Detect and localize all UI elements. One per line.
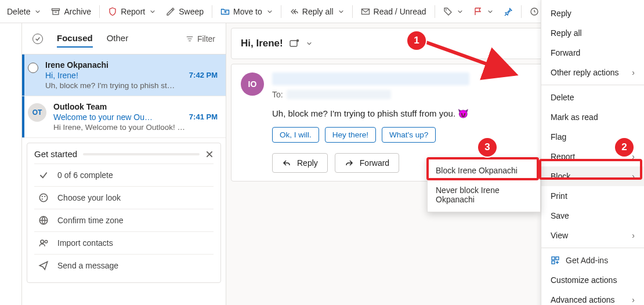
gs-item-contacts[interactable]: Import contacts [34, 231, 214, 254]
sweep-icon [166, 7, 175, 16]
reply-icon [282, 158, 291, 168]
chevron-right-icon: › [632, 68, 635, 77]
message-from: Irene Okpanachi [45, 60, 218, 70]
ctx-block[interactable]: Block › [541, 166, 644, 186]
ctx-label: Flag [551, 132, 566, 141]
archive-button[interactable]: Archive [46, 5, 96, 19]
filter-button[interactable]: Filter [186, 34, 215, 43]
ctx-view[interactable]: View › [541, 226, 644, 245]
selection-bar [22, 55, 24, 96]
block-sender[interactable]: Block Irene Okpanachi [428, 161, 540, 180]
forward-button[interactable]: Forward [335, 153, 399, 173]
flag-button[interactable] [469, 5, 498, 19]
tab-focused[interactable]: Focused [57, 30, 93, 48]
chevron-down-icon [457, 9, 463, 14]
recipient-redacted [287, 90, 391, 99]
ctx-label: Print [551, 191, 567, 201]
to-label: To: [272, 90, 283, 99]
replyall-button[interactable]: Reply all [285, 5, 349, 19]
focused-other-tabs: Focused Other [57, 30, 128, 48]
gs-item-send[interactable]: Send a message [34, 254, 214, 277]
reply-button[interactable]: Reply [272, 153, 328, 173]
ctx-delete[interactable]: Delete [541, 88, 644, 107]
ctx-label: Customize actions [551, 275, 617, 285]
chevron-right-icon: › [632, 172, 635, 181]
svg-point-11 [44, 196, 45, 197]
ctx-save[interactable]: Save [541, 206, 644, 226]
gs-item-label: Choose your look [57, 193, 121, 202]
select-checkbox[interactable] [28, 63, 38, 73]
message-item[interactable]: Irene Okpanachi Hi, Irene! 7:42 PM Uh, b… [22, 55, 226, 96]
check-icon [35, 36, 41, 42]
svg-point-14 [41, 240, 44, 244]
readunread-button[interactable]: Read / Unread [356, 5, 431, 19]
ctx-reply-all[interactable]: Reply all [541, 23, 644, 43]
filter-label: Filter [197, 34, 215, 43]
body-text: Uh, block me? I'm trying to phish stuff … [272, 108, 458, 118]
avatar: OT [28, 103, 46, 122]
report-button[interactable]: Report [103, 5, 160, 19]
sweep-button[interactable]: Sweep [161, 5, 208, 19]
annotation-2: 2 [615, 138, 634, 157]
chevron-down-icon[interactable] [306, 41, 312, 46]
annotation-3: 3 [478, 138, 497, 157]
teams-meeting-button[interactable] [289, 38, 301, 49]
message-item[interactable]: OT Outlook Team Welcome to your new Ou… … [22, 96, 226, 138]
ctx-label: Forward [551, 48, 580, 57]
addins-icon [551, 256, 560, 265]
ctx-reply[interactable]: Reply [541, 3, 644, 23]
ctx-customize[interactable]: Customize actions [541, 270, 644, 290]
tab-other[interactable]: Other [107, 30, 129, 48]
toolbar-separator [281, 5, 281, 18]
message-summary: Irene Okpanachi Hi, Irene! 7:42 PM Uh, b… [45, 60, 218, 90]
close-button[interactable] [205, 150, 214, 158]
gs-item-label: Import contacts [57, 238, 113, 248]
suggested-reply[interactable]: What's up? [382, 127, 436, 143]
message-summary: Outlook Team Welcome to your new Ou… 7:4… [53, 102, 218, 132]
gs-item-timezone[interactable]: Confirm time zone [34, 209, 214, 231]
moveto-button[interactable]: Move to [216, 5, 277, 19]
delete-button[interactable]: Delete [2, 5, 45, 19]
toolbar-separator [212, 5, 212, 18]
suggested-reply[interactable]: Ok, I will. [272, 127, 319, 143]
ctx-forward[interactable]: Forward [541, 43, 644, 63]
svg-point-4 [446, 9, 447, 10]
menu-divider [541, 248, 644, 248]
svg-point-17 [296, 39, 299, 42]
clock-icon [530, 7, 539, 16]
devil-emoji: 😈 [458, 108, 469, 119]
ctx-other-reply[interactable]: Other reply actions › [541, 63, 644, 82]
gs-item-look[interactable]: Choose your look [34, 186, 214, 209]
nav-rail [0, 23, 22, 305]
svg-point-10 [42, 196, 43, 197]
chevron-down-icon [487, 9, 493, 14]
select-all-checkbox[interactable] [32, 34, 43, 44]
ctx-label: Reply all [551, 28, 582, 38]
message-preview: Hi Irene, Welcome to your Outlook! … [53, 123, 218, 132]
ctx-label: Get Add-ins [566, 256, 608, 265]
never-block-sender[interactable]: Never block Irene Okpanachi [428, 180, 540, 209]
ctx-print[interactable]: Print [541, 186, 644, 206]
archive-label: Archive [64, 7, 91, 16]
menu-divider [541, 85, 644, 85]
globe-icon [38, 215, 49, 226]
progress-bar [83, 153, 200, 155]
pin-button[interactable] [499, 5, 518, 19]
ctx-label: Other reply actions [551, 68, 619, 77]
archive-icon [51, 7, 60, 16]
svg-rect-24 [552, 261, 555, 264]
message-list-pane: Focused Other Filter Irene Okpanachi Hi,… [22, 23, 226, 305]
gs-item-complete[interactable]: 0 of 6 complete [34, 164, 214, 186]
chevron-right-icon: › [632, 295, 635, 304]
envelope-icon [361, 7, 370, 16]
message-subject: Hi, Irene! [45, 71, 78, 80]
ctx-mark-read[interactable]: Mark as read [541, 107, 644, 127]
gs-item-label: Confirm time zone [57, 216, 124, 225]
toolbar-separator [99, 5, 100, 18]
check-icon [38, 170, 49, 180]
suggested-reply[interactable]: Hey there! [325, 127, 376, 143]
ctx-addins[interactable]: Get Add-ins [541, 250, 644, 270]
ctx-advanced[interactable]: Advanced actions › [541, 290, 644, 305]
filter-icon [186, 35, 194, 43]
tag-button[interactable] [439, 5, 468, 19]
